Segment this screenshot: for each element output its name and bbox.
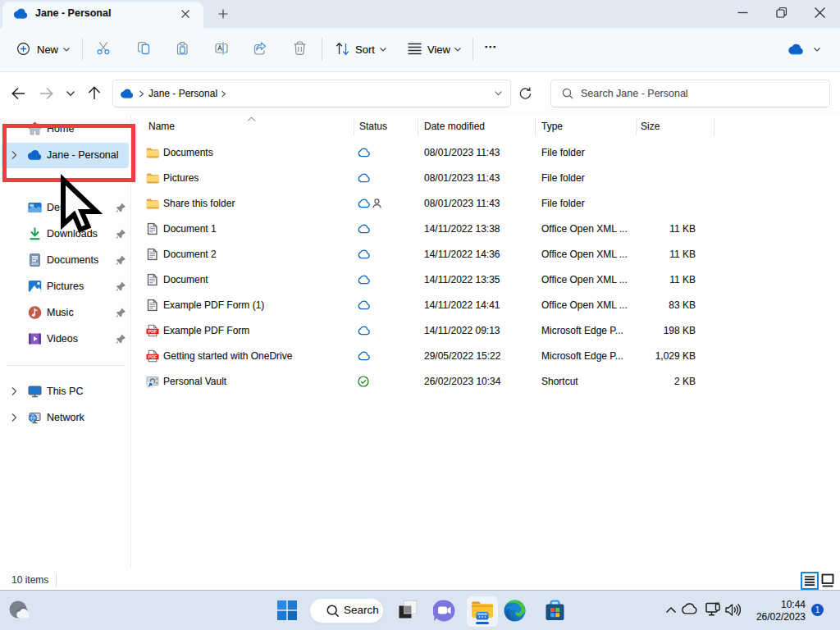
svg-text:PDF: PDF <box>148 354 158 359</box>
svg-text:PDF: PDF <box>148 329 158 334</box>
